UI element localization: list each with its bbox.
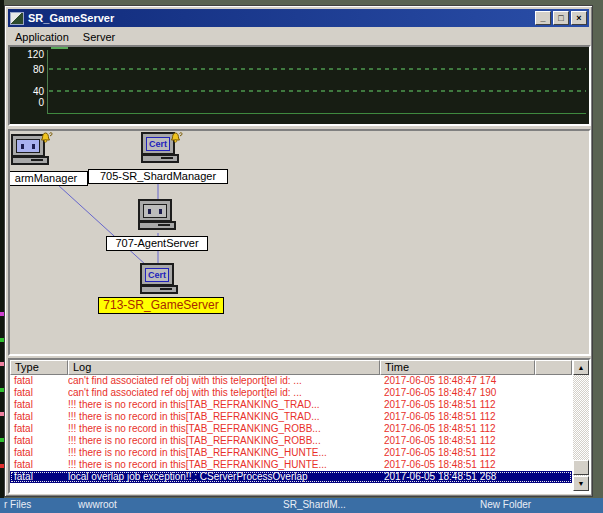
window-title: SR_GameServer xyxy=(28,12,533,24)
log-time: 2017-06-05 18:48:51 268 xyxy=(380,471,572,483)
node-label-agentserver[interactable]: 707-AgentServer xyxy=(106,236,208,251)
log-type: fatal xyxy=(10,411,68,423)
computer-icon: Cert xyxy=(140,263,174,286)
scroll-down-icon[interactable]: ▼ xyxy=(573,476,589,491)
title-bar[interactable]: SR_GameServer _ □ × xyxy=(8,9,589,27)
log-message: can't find associated ref obj with this … xyxy=(68,375,380,387)
column-header-filler xyxy=(535,360,572,375)
column-header-time[interactable]: Time xyxy=(380,360,535,375)
log-row-selected[interactable]: fatal local overlap job exception!! : CS… xyxy=(10,471,572,483)
y-tick-80: 80 xyxy=(10,64,44,75)
y-tick-40: 40 xyxy=(10,86,44,97)
log-row[interactable]: fatal !!! there is no record in this[TAB… xyxy=(10,423,572,435)
log-row[interactable]: fatal !!! there is no record in this[TAB… xyxy=(10,459,572,471)
log-time: 2017-06-05 18:48:51 112 xyxy=(380,399,572,411)
maximize-button[interactable]: □ xyxy=(553,11,569,25)
cert-badge: Cert xyxy=(145,268,169,282)
log-time: 2017-06-05 18:48:51 112 xyxy=(380,459,572,471)
node-label-gameserver-selected[interactable]: 713-SR_GameServer xyxy=(98,297,224,314)
gridline-40 xyxy=(49,90,586,92)
column-header-type[interactable]: Type xyxy=(10,360,68,375)
column-header-log[interactable]: Log xyxy=(68,360,380,375)
log-row[interactable]: fatal !!! there is no record in this[TAB… xyxy=(10,447,572,459)
log-message: !!! there is no record in this[TAB_REFRA… xyxy=(68,411,380,423)
cert-badge: Cert xyxy=(146,137,170,151)
y-axis-line xyxy=(47,50,48,114)
desktop-icon-label[interactable]: New Folder xyxy=(480,499,531,510)
log-message: can't find associated ref obj with this … xyxy=(68,387,380,399)
scrollbar-thumb[interactable] xyxy=(573,460,589,475)
chart-top-tick xyxy=(51,47,68,49)
log-type: fatal xyxy=(10,423,68,435)
close-button[interactable]: × xyxy=(571,11,587,25)
node-label-armmanager[interactable]: armManager xyxy=(8,171,88,186)
log-message: !!! there is no record in this[TAB_REFRA… xyxy=(68,423,380,435)
log-row[interactable]: fatal can't find associated ref obj with… xyxy=(10,387,572,399)
menu-application[interactable]: Application xyxy=(8,29,76,45)
y-tick-0: 0 xyxy=(10,97,44,108)
log-time: 2017-06-05 18:48:51 112 xyxy=(380,447,572,459)
log-row[interactable]: fatal !!! there is no record in this[TAB… xyxy=(10,399,572,411)
gridline-80 xyxy=(49,68,586,70)
x-axis-line xyxy=(47,113,586,114)
log-row[interactable]: fatal !!! there is no record in this[TAB… xyxy=(10,411,572,423)
minimize-button[interactable]: _ xyxy=(535,11,551,25)
log-type: fatal xyxy=(10,447,68,459)
alarm-bell-icon xyxy=(170,131,183,144)
log-row[interactable]: fatal !!! there is no record in this[TAB… xyxy=(10,435,572,447)
log-time: 2017-06-05 18:48:47 190 xyxy=(380,387,572,399)
log-type: fatal xyxy=(10,387,68,399)
log-type: fatal xyxy=(10,471,68,483)
connection-lines xyxy=(10,131,589,354)
log-type: fatal xyxy=(10,459,68,471)
log-time: 2017-06-05 18:48:51 112 xyxy=(380,423,572,435)
menu-server[interactable]: Server xyxy=(76,29,122,45)
desktop-icon-label[interactable]: r Files xyxy=(4,499,31,510)
desktop-icon-label[interactable]: SR_ShardM... xyxy=(283,499,346,510)
log-message: !!! there is no record in this[TAB_REFRA… xyxy=(68,447,380,459)
menu-bar: Application Server xyxy=(8,28,589,45)
log-row[interactable]: fatal can't find associated ref obj with… xyxy=(10,375,572,387)
app-icon xyxy=(10,12,24,25)
node-agentserver-icon[interactable] xyxy=(138,199,176,230)
alarm-bell-icon xyxy=(40,131,53,144)
log-time: 2017-06-05 18:48:51 112 xyxy=(380,411,572,423)
log-message: !!! there is no record in this[TAB_REFRA… xyxy=(68,435,380,447)
server-topology-panel: armManager Cert 705-SR_ShardManager xyxy=(8,129,591,356)
node-gameserver-icon[interactable]: Cert xyxy=(140,263,178,294)
log-type: fatal xyxy=(10,375,68,387)
log-message: !!! there is no record in this[TAB_REFRA… xyxy=(68,459,380,471)
computer-icon xyxy=(138,199,172,222)
desktop-icon-label[interactable]: wwwroot xyxy=(78,499,117,510)
log-message: !!! there is no record in this[TAB_REFRA… xyxy=(68,399,380,411)
log-scrollbar[interactable]: ▲ ▼ xyxy=(573,360,589,491)
node-label-shardmanager[interactable]: 705-SR_ShardManager xyxy=(88,169,228,184)
performance-chart: 120 80 40 0 xyxy=(8,45,591,126)
log-panel: Type Log Time fatal can't find associate… xyxy=(8,358,591,494)
log-table-header: Type Log Time xyxy=(10,360,572,375)
log-time: 2017-06-05 18:48:47 174 xyxy=(380,375,572,387)
scroll-up-icon[interactable]: ▲ xyxy=(573,360,589,375)
app-window: SR_GameServer _ □ × Application Server 1… xyxy=(4,5,593,497)
log-time: 2017-06-05 18:48:51 112 xyxy=(380,435,572,447)
y-tick-120: 120 xyxy=(10,49,44,60)
desktop-background-strip: r Files wwwroot SR_ShardM... New Folder xyxy=(0,498,603,513)
log-type: fatal xyxy=(10,435,68,447)
log-type: fatal xyxy=(10,399,68,411)
log-message: local overlap job exception!! : CServerP… xyxy=(68,471,380,483)
